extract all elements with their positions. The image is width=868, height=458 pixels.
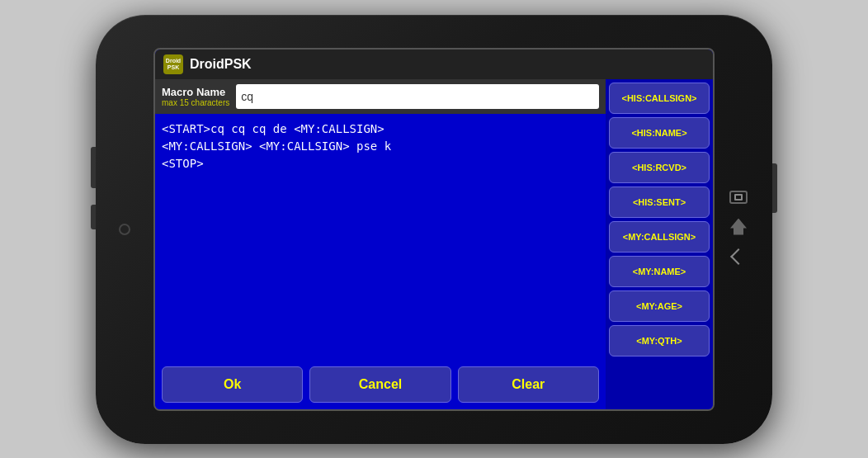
macro-insert-button-0[interactable]: <HIS:CALLSIGN> <box>609 83 710 114</box>
back-button[interactable] <box>729 250 748 268</box>
macro-insert-button-5[interactable]: <MY:NAME> <box>609 256 710 287</box>
clear-button[interactable]: Clear <box>458 366 599 403</box>
macro-insert-button-4[interactable]: <MY:CALLSIGN> <box>609 221 710 253</box>
title-bar: Droid PSK DroidPSK <box>155 50 713 79</box>
app-title: DroidPSK <box>190 57 252 72</box>
camera-icon <box>119 224 130 235</box>
macro-name-hint: max 15 characters <box>162 98 229 107</box>
macro-name-labels: Macro Name max 15 characters <box>162 86 229 107</box>
nav-buttons <box>729 191 748 268</box>
macro-text-area[interactable] <box>155 114 606 360</box>
cancel-button[interactable]: Cancel <box>309 366 451 403</box>
macro-insert-button-2[interactable]: <HIS:RCVD> <box>609 152 710 183</box>
left-panel: Macro Name max 15 characters Ok Cancel C… <box>155 79 606 409</box>
bottom-buttons: Ok Cancel Clear <box>155 360 606 409</box>
macro-insert-button-7[interactable]: <MY:QTH> <box>609 325 710 356</box>
macro-insert-button-3[interactable]: <HIS:SENT> <box>609 187 710 218</box>
macro-name-input[interactable] <box>236 84 599 109</box>
volume-up-button[interactable] <box>91 147 96 188</box>
home-button[interactable] <box>730 219 747 235</box>
ok-button[interactable]: Ok <box>162 366 303 403</box>
power-button[interactable] <box>772 163 777 213</box>
macro-insert-button-1[interactable]: <HIS:NAME> <box>609 117 710 149</box>
content-area: Macro Name max 15 characters Ok Cancel C… <box>155 79 713 409</box>
volume-down-button[interactable] <box>91 205 96 229</box>
phone-device: Droid PSK DroidPSK Macro Name max 15 cha… <box>96 15 772 444</box>
macro-name-row: Macro Name max 15 characters <box>155 79 606 114</box>
app-icon: Droid PSK <box>163 54 183 74</box>
macro-name-label: Macro Name <box>162 86 229 98</box>
recent-apps-button[interactable] <box>729 191 748 204</box>
macro-insert-button-6[interactable]: <MY:AGE> <box>609 290 710 322</box>
phone-screen: Droid PSK DroidPSK Macro Name max 15 cha… <box>153 48 715 411</box>
right-panel: <HIS:CALLSIGN><HIS:NAME><HIS:RCVD><HIS:S… <box>606 79 713 409</box>
